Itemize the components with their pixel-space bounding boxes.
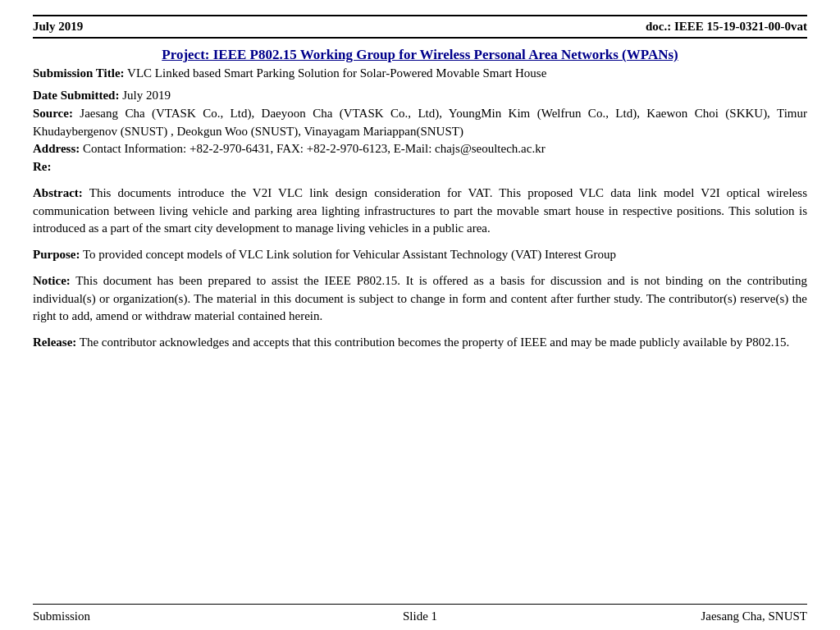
header-date: July 2019 (33, 20, 83, 34)
submission-title-value: VLC Linked based Smart Parking Solution … (127, 66, 546, 80)
source-value: Jaesang Cha (VTASK Co., Ltd), Daeyoon Ch… (33, 107, 807, 138)
submission-title-label: Submission Title: (33, 66, 125, 80)
submission-title-line: Submission Title: VLC Linked based Smart… (33, 65, 807, 82)
footer: Submission Slide 1 Jaesang Cha, SNUST (33, 604, 807, 630)
footer-center: Slide 1 (291, 609, 550, 623)
notice-label: Notice: (33, 274, 71, 287)
address-line: Address: Contact Information: +82-2-970-… (33, 140, 807, 158)
date-submitted-label: Date Submitted: (33, 89, 119, 102)
notice-value: This document has been prepared to assis… (33, 274, 807, 323)
purpose-value: To provided concept models of VLC Link s… (83, 248, 616, 261)
notice-section: Notice: This document has been prepared … (33, 272, 807, 326)
abstract-section: Abstract: This documents introduce the V… (33, 185, 807, 238)
footer-left: Submission (33, 609, 291, 623)
purpose-label: Purpose: (33, 248, 80, 261)
date-submitted-line: Date Submitted: July 2019 (33, 87, 807, 105)
main-title: Project: IEEE P802.15 Working Group for … (33, 47, 807, 63)
release-section: Release: The contributor acknowledges an… (33, 334, 807, 352)
header-doc: doc.: IEEE 15-19-0321-00-0vat (646, 20, 807, 34)
title-block: Project: IEEE P802.15 Working Group for … (33, 47, 807, 82)
address-value: Contact Information: +82-2-970-6431, FAX… (83, 142, 546, 155)
source-line: Source: Jaesang Cha (VTASK Co., Ltd), Da… (33, 105, 807, 141)
header-row: July 2019 doc.: IEEE 15-19-0321-00-0vat (33, 15, 807, 39)
purpose-section: Purpose: To provided concept models of V… (33, 246, 807, 264)
content-section: Date Submitted: July 2019 Source: Jaesan… (33, 87, 807, 604)
release-value: The contributor acknowledges and accepts… (80, 336, 790, 349)
meta-section: Date Submitted: July 2019 Source: Jaesan… (33, 87, 807, 176)
source-label: Source: (33, 107, 73, 120)
re-label: Re: (33, 160, 52, 173)
footer-right: Jaesang Cha, SNUST (549, 609, 807, 623)
abstract-value: This documents introduce the V2I VLC lin… (33, 186, 807, 235)
page: July 2019 doc.: IEEE 15-19-0321-00-0vat … (0, 0, 840, 630)
re-line: Re: (33, 158, 807, 176)
date-submitted-value: July 2019 (122, 89, 171, 102)
release-label: Release: (33, 336, 76, 349)
abstract-label: Abstract: (33, 186, 83, 199)
address-label: Address: (33, 142, 80, 155)
